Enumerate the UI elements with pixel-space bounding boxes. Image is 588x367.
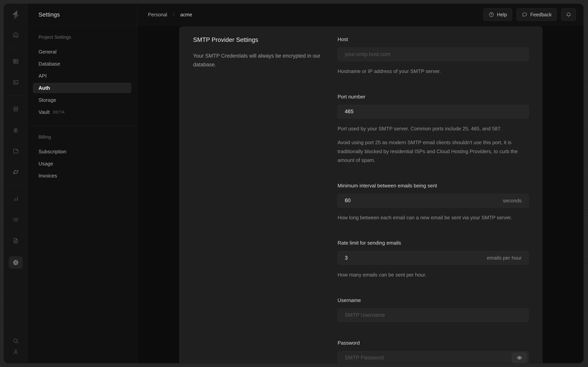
sidebar-item-usage[interactable]: Usage — [28, 158, 137, 170]
user-icon — [12, 349, 19, 355]
sidebar-item-api[interactable]: API — [28, 70, 137, 82]
toggle-password-visibility-button[interactable] — [512, 353, 527, 363]
home-icon — [12, 31, 19, 38]
interval-label: Minimum interval between emails being se… — [338, 183, 529, 189]
nav-reports-button[interactable] — [10, 193, 21, 204]
smtp-settings-panel: SMTP Provider Settings Your SMTP Credent… — [179, 26, 542, 363]
gear-icon — [12, 259, 19, 266]
port-input[interactable] — [338, 105, 529, 118]
table-editor-icon — [12, 58, 19, 65]
app-window: Settings Project Settings General Databa… — [4, 4, 583, 363]
bar-chart-icon — [12, 195, 19, 202]
rate-limit-field-group: Rate limit for sending emails emails per… — [338, 240, 529, 279]
section-label-project-settings: Project Settings — [28, 34, 137, 40]
sidebar-item-invoices[interactable]: Invoices — [28, 170, 137, 182]
help-button[interactable]: Help — [483, 8, 512, 21]
storage-icon — [12, 148, 19, 154]
breadcrumb-separator: / — [173, 12, 174, 18]
sidebar-item-database[interactable]: Database — [28, 58, 137, 70]
page-title: Settings — [39, 11, 60, 18]
interval-field-group: Minimum interval between emails being se… — [338, 183, 529, 222]
nav-table-editor-button[interactable] — [10, 56, 21, 67]
nav-home-button[interactable] — [10, 29, 21, 40]
beta-badge: BETA — [53, 110, 64, 114]
sidebar-header: Settings — [28, 4, 137, 25]
nav-logs-button[interactable] — [10, 214, 21, 225]
nav-sql-editor-button[interactable] — [10, 77, 21, 88]
nav-database-button[interactable] — [10, 104, 21, 114]
list-icon — [12, 216, 19, 223]
nav-rail — [4, 4, 28, 363]
desktop-backdrop: Settings Project Settings General Databa… — [0, 0, 588, 367]
rail-divider — [8, 185, 23, 185]
edge-functions-icon — [12, 169, 19, 175]
eye-icon — [517, 355, 522, 360]
panel-description: Your SMTP Credentials will always be enc… — [193, 51, 324, 69]
nav-storage-button[interactable] — [10, 146, 21, 157]
sidebar-item-subscription[interactable]: Subscription — [28, 146, 137, 158]
account-button[interactable] — [10, 346, 21, 357]
rate-limit-label: Rate limit for sending emails — [338, 240, 529, 246]
panel-title: SMTP Provider Settings — [193, 36, 324, 43]
username-field-group: Username — [338, 297, 529, 322]
database-icon — [12, 106, 19, 112]
search-icon — [12, 338, 19, 344]
rate-limit-helper: How many emails can be sent per hour. — [338, 270, 529, 279]
nav-auth-button[interactable] — [10, 125, 21, 135]
host-input[interactable] — [338, 48, 529, 61]
section-label-billing: Billing — [28, 134, 137, 140]
port-helper-2: Avoid using port 25 as modern SMTP email… — [338, 138, 529, 165]
sidebar-item-general[interactable]: General — [28, 46, 137, 58]
help-circle-icon — [488, 12, 494, 17]
content-body: SMTP Provider Settings Your SMTP Credent… — [137, 25, 583, 363]
topbar: Personal / acme Help Feedback — [137, 4, 583, 25]
interval-input[interactable] — [338, 194, 529, 208]
file-text-icon — [12, 237, 19, 244]
port-field-group: Port number Port used by your SMTP serve… — [338, 94, 529, 165]
port-helper-1: Port used by your SMTP server. Common po… — [338, 124, 529, 133]
sidebar-item-vault[interactable]: Vault BETA — [28, 106, 137, 118]
settings-sidebar: Settings Project Settings General Databa… — [28, 4, 137, 363]
host-field-group: Host Hostname or IP address of your SMTP… — [338, 36, 529, 76]
host-label: Host — [338, 36, 529, 42]
rate-limit-input[interactable] — [338, 251, 529, 265]
search-button[interactable] — [10, 335, 21, 346]
breadcrumb: Personal / acme — [148, 12, 192, 18]
password-input[interactable] — [338, 351, 529, 363]
interval-helper: How long between each email can a new em… — [338, 213, 529, 222]
breadcrumb-org[interactable]: Personal — [148, 12, 167, 17]
notifications-button[interactable] — [561, 8, 576, 21]
password-field-group: Password — [338, 340, 529, 363]
breadcrumb-project[interactable]: acme — [180, 12, 192, 17]
bell-icon — [566, 12, 572, 17]
feedback-button[interactable]: Feedback — [516, 8, 557, 21]
rail-divider — [8, 48, 23, 48]
nav-settings-button[interactable] — [9, 256, 23, 269]
lock-icon — [12, 127, 19, 133]
username-input[interactable] — [338, 309, 529, 322]
chat-bubble-icon — [522, 12, 528, 17]
sql-editor-icon — [12, 79, 19, 86]
sidebar-item-storage[interactable]: Storage — [28, 94, 137, 106]
host-helper: Hostname or IP address of your SMTP serv… — [338, 67, 529, 76]
port-label: Port number — [338, 94, 529, 100]
nav-api-docs-button[interactable] — [10, 235, 21, 246]
smtp-form: Host Hostname or IP address of your SMTP… — [338, 36, 529, 351]
supabase-logo-icon[interactable] — [11, 10, 21, 20]
username-label: Username — [338, 297, 529, 303]
main-content: Personal / acme Help Feedback — [137, 4, 583, 363]
nav-edge-functions-button[interactable] — [10, 167, 21, 177]
password-label: Password — [338, 340, 529, 346]
sidebar-item-auth[interactable]: Auth — [28, 82, 137, 94]
